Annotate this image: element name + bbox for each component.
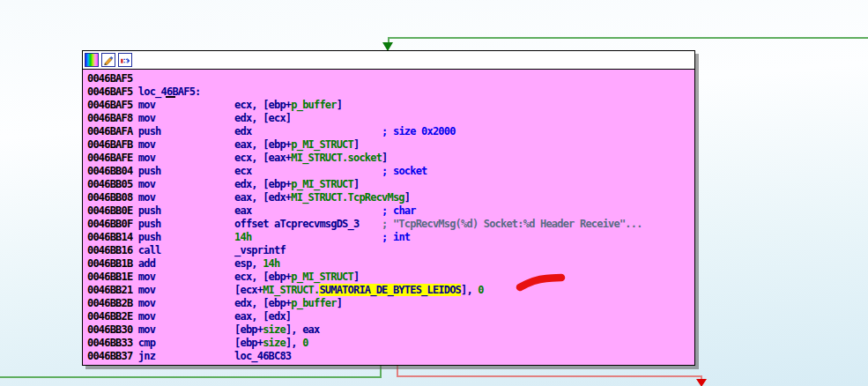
- code-line[interactable]: 0046BB0E push eax ; char: [87, 204, 694, 218]
- outgoing-edge-green-horizontal: [0, 376, 382, 378]
- code-line[interactable]: 0046BB1B add esp, 14h: [87, 257, 694, 271]
- edit-pencil-icon[interactable]: [101, 53, 115, 67]
- node-title-bar[interactable]: [83, 51, 694, 70]
- code-line[interactable]: 0046BAFE mov ecx, [eax+MI_STRUCT.socket]: [87, 152, 694, 165]
- code-line[interactable]: 0046BAF5: [87, 72, 694, 85]
- code-line[interactable]: 0046BB16 call _vsprintf: [87, 244, 694, 257]
- text-caret: [166, 96, 175, 98]
- code-line[interactable]: 0046BAFA push edx ; size 0x2000: [87, 125, 694, 138]
- code-line[interactable]: 0046BAF5 loc_46BAF5:: [87, 85, 694, 99]
- code-line[interactable]: 0046BB05 mov edx, [ebp+p_MI_STRUCT]: [87, 178, 694, 191]
- disassembly-code: 0046BAF50046BAF5 loc_46BAF5:0046BAF5 mov…: [83, 70, 694, 363]
- outgoing-edge-red-horizontal: [397, 375, 702, 377]
- outgoing-edge-red-arrow-icon: [696, 379, 707, 386]
- group-nodes-icon[interactable]: [118, 53, 132, 67]
- code-line[interactable]: 0046BB04 push ecx ; socket: [87, 165, 694, 178]
- code-line[interactable]: 0046BB1E mov ecx, [ebp+p_MI_STRUCT]: [87, 271, 694, 284]
- incoming-edge-green-horizontal: [388, 37, 868, 39]
- highlighted-token: SUMATORIA_DE_BYTES_LEIDOS: [319, 284, 461, 296]
- code-line[interactable]: 0046BB37 jnz loc_46BC83: [87, 350, 694, 363]
- node-color-palette-icon[interactable]: [85, 53, 99, 67]
- code-line[interactable]: 0046BAF8 mov edx, [ecx]: [87, 112, 694, 125]
- code-line[interactable]: 0046BAFB mov eax, [ebp+p_MI_STRUCT]: [87, 138, 694, 152]
- code-line[interactable]: 0046BB2B mov edx, [ebp+p_buffer]: [87, 297, 694, 310]
- code-line[interactable]: 0046BAF5 mov ecx, [ebp+p_buffer]: [87, 99, 694, 112]
- code-line[interactable]: 0046BB14 push 14h ; int: [87, 231, 694, 244]
- code-line[interactable]: 0046BB21 mov [ecx+MI_STRUCT.SUMATORIA_DE…: [87, 284, 694, 297]
- code-line[interactable]: 0046BB30 mov [ebp+size], eax: [87, 323, 694, 337]
- code-line[interactable]: 0046BB33 cmp [ebp+size], 0: [87, 337, 694, 350]
- code-line[interactable]: 0046BB2E mov eax, [edx]: [87, 310, 694, 323]
- code-line[interactable]: 0046BB08 mov eax, [edx+MI_STRUCT.TcpRecv…: [87, 191, 694, 204]
- code-line[interactable]: 0046BB0F push offset aTcprecvmsgDS_3 ; "…: [87, 218, 694, 231]
- red-marker-annotation: [515, 268, 576, 296]
